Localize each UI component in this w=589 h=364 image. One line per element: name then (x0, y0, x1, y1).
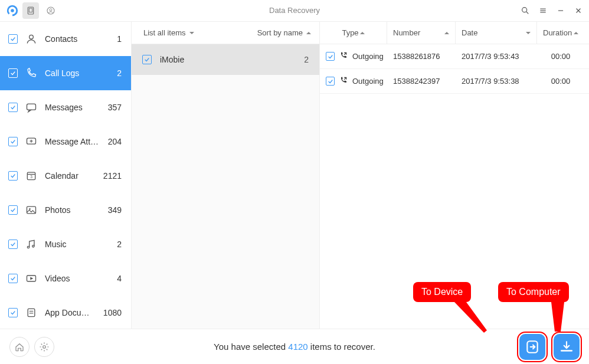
svg-marker-24 (30, 277, 33, 280)
footer: You have selected 4120 items to recover. (0, 329, 589, 364)
documents-icon (25, 307, 38, 319)
status-count: 4120 (288, 342, 307, 352)
messages-icon (25, 101, 38, 113)
chevron-down-icon (525, 28, 531, 37)
close-icon[interactable] (574, 6, 583, 15)
svg-point-20 (29, 208, 31, 210)
menu-icon[interactable] (538, 6, 548, 15)
photos-icon (25, 204, 38, 216)
table-row[interactable]: Outgoing 15388261876 2017/7/3 9:53:43 00… (320, 44, 589, 69)
sidebar-item-call-logs[interactable]: Call Logs 2 (0, 56, 131, 90)
col-header-number[interactable]: Number (387, 22, 456, 44)
sidebar-item-count: 204 (108, 137, 122, 146)
svg-point-13 (30, 35, 34, 39)
music-icon (25, 238, 38, 250)
svg-rect-25 (28, 309, 35, 316)
recover-to-device-button[interactable] (519, 334, 545, 360)
table-row[interactable]: Outgoing 15388242397 2017/7/3 9:53:38 00… (320, 69, 589, 94)
list-all-items-dropdown[interactable]: List all items (143, 28, 194, 37)
footer-actions (519, 334, 580, 360)
svg-rect-2 (29, 8, 32, 12)
contacts-icon (25, 33, 38, 45)
checkbox-icon[interactable] (8, 68, 18, 78)
list-header: List all items Sort by name (132, 22, 319, 44)
search-icon[interactable] (521, 6, 530, 15)
cell-type: Outgoing (352, 77, 384, 86)
sidebar[interactable]: Contacts 1 Call Logs 2 Messages 357 Mess… (0, 22, 131, 329)
sidebar-item-calendar[interactable]: 3 Calendar 2121 (0, 159, 131, 193)
chevron-up-icon (443, 28, 449, 37)
chevron-down-icon (188, 28, 194, 37)
checkbox-icon[interactable] (8, 274, 18, 283)
checkbox-icon[interactable] (8, 34, 18, 44)
svg-point-22 (32, 245, 34, 247)
sidebar-item-message-attachments[interactable]: Message Attach... 204 (0, 124, 131, 159)
sidebar-item-videos[interactable]: Videos 4 (0, 261, 131, 296)
sidebar-item-count: 357 (108, 103, 122, 112)
col-header-date[interactable]: Date (456, 22, 537, 44)
checkbox-icon[interactable] (142, 55, 152, 64)
col-header-label: Date (462, 28, 477, 37)
titlebar: Data Recovery (0, 0, 589, 21)
svg-point-0 (11, 9, 14, 12)
sidebar-item-label: App Documents (45, 308, 96, 317)
sidebar-item-label: Videos (45, 274, 110, 283)
chevron-up-icon (572, 28, 578, 37)
cell-type: Outgoing (352, 52, 384, 61)
col-header-type[interactable]: Type (320, 22, 387, 44)
col-header-label: Type (342, 28, 358, 37)
settings-button[interactable] (34, 337, 54, 357)
sidebar-item-count: 2 (117, 240, 122, 249)
sidebar-item-label: Contacts (45, 34, 110, 44)
mode-device-button[interactable] (22, 2, 39, 19)
cell-date: 2017/7/3 9:53:43 (462, 52, 519, 61)
col-header-label: Number (393, 28, 420, 37)
sidebar-item-label: Messages (45, 103, 101, 112)
sidebar-item-messages[interactable]: Messages 357 (0, 90, 131, 124)
col-header-label: Duration (543, 28, 572, 37)
list-row-label: iMobie (160, 55, 296, 64)
home-button[interactable] (9, 337, 30, 357)
status-suffix: items to recover. (308, 342, 375, 352)
app-logo-icon (6, 4, 19, 17)
checkbox-icon[interactable] (326, 77, 335, 86)
svg-point-21 (27, 246, 29, 248)
checkbox-icon[interactable] (8, 137, 18, 146)
checkbox-icon[interactable] (326, 52, 335, 61)
sidebar-item-count: 349 (108, 205, 122, 215)
svg-point-5 (522, 7, 527, 12)
titlebar-right (521, 6, 583, 15)
mode-user-button[interactable] (42, 2, 59, 19)
col-header-duration[interactable]: Duration (537, 22, 584, 44)
sidebar-item-count: 1 (117, 34, 122, 44)
minimize-icon[interactable] (556, 6, 565, 15)
checkbox-icon[interactable] (8, 171, 18, 181)
sidebar-item-music[interactable]: Music 2 (0, 227, 131, 261)
outgoing-call-icon (339, 76, 348, 86)
cell-duration: 00:00 (551, 77, 571, 86)
checkbox-icon[interactable] (8, 308, 18, 317)
sidebar-item-label: Message Attach... (45, 137, 101, 146)
detail-pane: Type Number Date Duration Outgoing (320, 22, 589, 329)
sidebar-item-count: 2 (117, 68, 122, 78)
sort-by-dropdown[interactable]: Sort by name (257, 28, 311, 37)
recover-to-computer-button[interactable] (554, 334, 580, 360)
svg-point-4 (50, 8, 52, 11)
attachment-icon (25, 136, 38, 147)
checkbox-icon[interactable] (8, 240, 18, 249)
list-row[interactable]: iMobie 2 (132, 44, 319, 75)
sidebar-item-label: Photos (45, 205, 101, 215)
status-text: You have selected 4120 items to recover. (0, 342, 589, 352)
checkbox-icon[interactable] (8, 103, 18, 112)
sidebar-item-contacts[interactable]: Contacts 1 (0, 22, 131, 56)
list-all-label: List all items (143, 28, 186, 37)
cell-date: 2017/7/3 9:53:38 (462, 77, 519, 86)
sidebar-item-photos[interactable]: Photos 349 (0, 193, 131, 227)
videos-icon (25, 273, 38, 284)
sidebar-item-label: Calendar (45, 171, 96, 181)
checkbox-icon[interactable] (8, 205, 18, 215)
list-row-count: 2 (304, 55, 309, 64)
status-prefix: You have selected (214, 342, 288, 352)
outgoing-call-icon (339, 51, 348, 61)
sidebar-item-app-documents[interactable]: App Documents 1080 (0, 296, 131, 329)
